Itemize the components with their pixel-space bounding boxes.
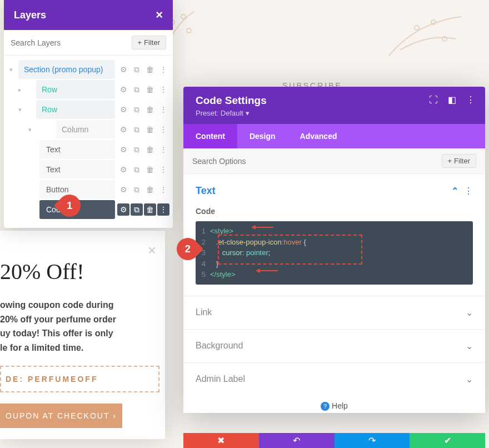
dots-icon[interactable]: ⋮ [466,94,475,105]
layers-tree: ▾ Section (promo popup) ⚙ ⧉ 🗑 ⋮ ▸ Row ⚙ … [4,56,173,228]
layers-panel: Layers × + Filter ▾ Section (promo popup… [4,0,173,228]
tree-row-code[interactable]: Code ⚙ ⧉ 🗑 ⋮ [7,200,169,219]
gear-icon[interactable]: ⚙ [117,63,129,76]
code-field-label: Code [196,207,473,216]
modal-title: Code Settings [196,94,267,107]
tab-advanced[interactable]: Advanced [288,124,350,148]
accordion-background[interactable]: Background⌄ [183,329,485,362]
chevron-down-icon[interactable]: ▾ [26,126,34,133]
tree-row-button[interactable]: Button ⚙ ⧉ 🗑 ⋮ [7,180,169,199]
chevron-down-icon[interactable]: ▾ [16,106,24,113]
duplicate-icon[interactable]: ⧉ [131,103,143,116]
chevron-down-icon: ⌄ [466,341,473,351]
duplicate-icon[interactable]: ⧉ [131,163,143,176]
duplicate-icon[interactable]: ⧉ [131,203,143,216]
duplicate-icon[interactable]: ⧉ [131,83,143,96]
tree-row-row1[interactable]: ▸ Row ⚙ ⧉ 🗑 ⋮ [7,80,169,99]
svg-point-3 [415,26,419,30]
chevron-down-icon: ⌄ [466,374,473,385]
close-icon[interactable]: × [156,8,163,22]
dots-icon[interactable]: ⋮ [157,123,169,136]
help-icon: ? [321,402,330,411]
layers-filter-button[interactable]: + Filter [132,36,166,49]
help-link[interactable]: ?Help [183,396,485,413]
redo-button[interactable]: ↷ [335,433,410,448]
cancel-button[interactable]: ✖ [183,433,259,448]
expand-icon[interactable]: ⛶ [429,95,438,105]
modal-action-bar: ✖ ↶ ↷ ✔ [183,433,485,448]
dots-icon[interactable]: ⋮ [157,203,169,216]
coupon-code-box: DE: PERFUMEOFF [0,366,159,392]
gear-icon[interactable]: ⚙ [117,163,129,176]
plus-icon: + [138,38,142,47]
layers-search-row: + Filter [4,30,173,56]
gear-icon[interactable]: ⚙ [117,123,129,136]
trash-icon[interactable]: 🗑 [144,203,156,216]
dots-icon[interactable]: ⋮ [464,186,473,196]
trash-icon[interactable]: 🗑 [144,123,156,136]
duplicate-icon[interactable]: ⧉ [131,183,143,196]
svg-point-2 [187,28,191,33]
chevron-up-icon[interactable]: ⌃ [451,186,458,196]
tree-row-text2[interactable]: Text ⚙ ⧉ 🗑 ⋮ [7,160,169,179]
trash-icon[interactable]: 🗑 [144,163,156,176]
dots-icon[interactable]: ⋮ [157,183,169,196]
trash-icon[interactable]: 🗑 [144,63,156,76]
gear-icon[interactable]: ⚙ [117,83,129,96]
gear-icon[interactable]: ⚙ [117,203,129,216]
tree-row-row2[interactable]: ▾ Row ⚙ ⧉ 🗑 ⋮ [7,100,169,119]
duplicate-icon[interactable]: ⧉ [131,123,143,136]
dots-icon[interactable]: ⋮ [157,143,169,156]
modal-header: Code Settings Preset: Default ▾ ⛶ ◧ ⋮ [183,87,485,124]
accordion-admin-label[interactable]: Admin Label⌄ [183,362,485,396]
dots-icon[interactable]: ⋮ [157,63,169,76]
trash-icon[interactable]: 🗑 [144,83,156,96]
undo-button[interactable]: ↶ [259,433,335,448]
dots-icon[interactable]: ⋮ [157,103,169,116]
duplicate-icon[interactable]: ⧉ [131,63,143,76]
dots-icon[interactable]: ⋮ [157,163,169,176]
chevron-down-icon: ⌄ [466,307,473,318]
tree-row-section[interactable]: ▾ Section (promo popup) ⚙ ⧉ 🗑 ⋮ [7,60,169,79]
options-search-input[interactable] [192,157,442,166]
modal-search-row: + Filter [183,148,485,174]
snap-icon[interactable]: ◧ [448,94,456,105]
options-filter-button[interactable]: + Filter [442,154,476,168]
code-editor[interactable]: 1<style> 2 .et-close-popup-icon:hover { … [196,221,473,285]
duplicate-icon[interactable]: ⧉ [131,143,143,156]
layers-title: Layers [14,9,46,21]
modal-tabs: Content Design Advanced [183,124,485,148]
accordion-link[interactable]: Link⌄ [183,296,485,329]
dots-icon[interactable]: ⋮ [157,83,169,96]
popup-heading: 20% Off! [0,258,159,285]
gear-icon[interactable]: ⚙ [117,143,129,156]
apply-coupon-button[interactable]: OUPON AT CHECKOUT › [0,404,122,428]
code-settings-modal: Code Settings Preset: Default ▾ ⛶ ◧ ⋮ Co… [183,87,485,413]
preset-dropdown[interactable]: Preset: Default ▾ [196,109,267,117]
chevron-down-icon[interactable]: ▾ [7,66,15,73]
modal-body: Text ⌃ ⋮ Code 1<style> 2 .et-close-popup… [183,174,485,296]
chevron-right-icon[interactable]: ▸ [16,86,24,93]
layers-search-input[interactable] [11,38,132,47]
section-text-title: Text [196,185,216,197]
layers-header: Layers × [4,0,173,30]
close-icon[interactable]: × [148,242,156,259]
plus-icon: + [448,157,452,165]
tab-content[interactable]: Content [183,124,237,148]
tab-design[interactable]: Design [237,124,288,148]
tree-row-text1[interactable]: Text ⚙ ⧉ 🗑 ⋮ [7,140,169,159]
gear-icon[interactable]: ⚙ [117,103,129,116]
trash-icon[interactable]: 🗑 [144,103,156,116]
trash-icon[interactable]: 🗑 [144,143,156,156]
gear-icon[interactable]: ⚙ [117,183,129,196]
trash-icon[interactable]: 🗑 [144,183,156,196]
tree-row-column[interactable]: ▾ Column ⚙ ⧉ 🗑 ⋮ [7,120,169,139]
popup-preview: × 20% Off! owing coupon code during 20% … [0,231,165,439]
popup-body: owing coupon code during 20% off your pe… [0,298,159,355]
save-button[interactable]: ✔ [410,433,485,448]
